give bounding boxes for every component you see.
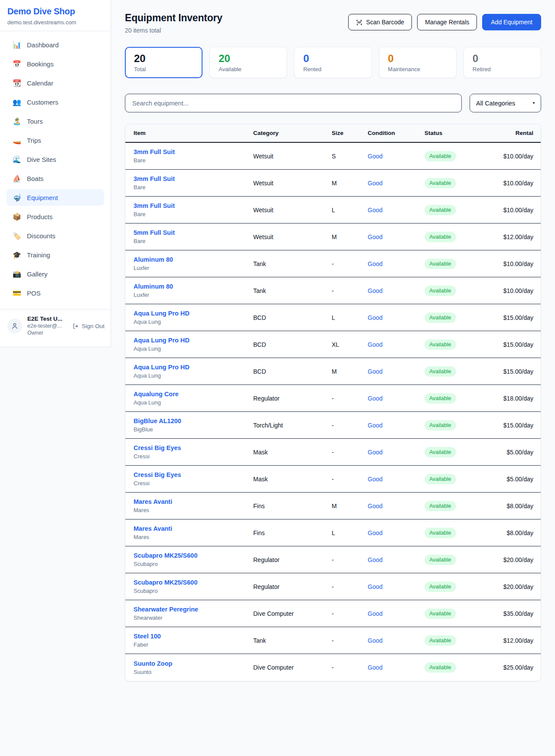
item-name-link[interactable]: Aqua Lung Pro HD <box>134 310 189 317</box>
sidebar-item-label: Products <box>27 213 52 220</box>
stat-value: 20 <box>134 53 193 64</box>
item-name-link[interactable]: 3mm Full Suit <box>134 202 175 209</box>
sidebar-item-equipment[interactable]: 🤿 Equipment <box>7 189 104 206</box>
manage-rentals-button[interactable]: Manage Rentals <box>417 14 477 30</box>
add-equipment-button[interactable]: Add Equipment <box>482 14 541 30</box>
stat-card-total[interactable]: 20 Total <box>125 47 202 78</box>
item-name-link[interactable]: Aqualung Core <box>134 391 179 398</box>
item-name-link[interactable]: Aqua Lung Pro HD <box>134 337 189 344</box>
status-badge: Available <box>424 474 456 484</box>
item-brand: Luxfer <box>134 265 253 271</box>
search-input[interactable] <box>125 94 462 112</box>
item-rental-rate: $5.00/day <box>490 449 541 456</box>
item-category: Regulator <box>253 556 332 563</box>
item-name-link[interactable]: Aluminum 80 <box>134 256 173 263</box>
item-size: - <box>332 287 368 294</box>
item-condition-link[interactable]: Good <box>368 341 382 348</box>
item-name-link[interactable]: Suunto Zoop <box>134 660 172 667</box>
category-select[interactable]: All Categories ▼ <box>470 94 541 112</box>
item-size: S <box>332 153 368 160</box>
item-size: M <box>332 503 368 509</box>
item-name-link[interactable]: Mares Avanti <box>134 525 172 532</box>
item-name-link[interactable]: 3mm Full Suit <box>134 148 175 155</box>
table-body: 3mm Full Suit Bare Wetsuit S Good Availa… <box>125 143 541 681</box>
item-name-link[interactable]: 5mm Full Suit <box>134 229 175 236</box>
item-condition-link[interactable]: Good <box>368 233 382 240</box>
item-category: Regulator <box>253 395 332 402</box>
item-size: L <box>332 529 368 536</box>
item-condition-link[interactable]: Good <box>368 314 382 321</box>
item-rental-rate: $15.00/day <box>490 341 541 348</box>
item-condition-link[interactable]: Good <box>368 368 382 375</box>
item-condition-link[interactable]: Good <box>368 529 382 536</box>
item-rental-rate: $10.00/day <box>490 287 541 294</box>
stat-card-maintenance[interactable]: 0 Maintenance <box>379 47 457 78</box>
item-condition-link[interactable]: Good <box>368 422 382 429</box>
stat-card-rented[interactable]: 0 Rented <box>294 47 372 78</box>
user-box: E2E Test U... e2e-tester@... Owner Sign … <box>0 309 111 342</box>
sidebar-item-training[interactable]: 🎓 Training <box>7 247 104 263</box>
sidebar-item-gallery[interactable]: 📸 Gallery <box>7 266 104 282</box>
item-category: Dive Computer <box>253 664 332 671</box>
item-name-link[interactable]: 3mm Full Suit <box>134 175 175 182</box>
sidebar-item-discounts[interactable]: 🏷️ Discounts <box>7 227 104 244</box>
item-name-link[interactable]: Scubapro MK25/S600 <box>134 579 197 586</box>
item-name-link[interactable]: Cressi Big Eyes <box>134 444 181 451</box>
item-name-link[interactable]: Shearwater Peregrine <box>134 606 198 613</box>
bar-chart-icon: 📊 <box>13 41 21 49</box>
sidebar-item-pos[interactable]: 💳 POS <box>7 285 104 301</box>
brand-domain: demo.test.divestreams.com <box>7 19 103 26</box>
item-condition-link[interactable]: Good <box>368 637 382 644</box>
scan-barcode-button[interactable]: Scan Barcode <box>348 14 412 30</box>
status-badge: Available <box>424 259 456 269</box>
item-category: Tank <box>253 260 332 267</box>
item-condition-link[interactable]: Good <box>368 260 382 267</box>
item-condition-link[interactable]: Good <box>368 153 382 160</box>
item-rental-rate: $8.00/day <box>490 503 541 509</box>
status-badge: Available <box>424 528 456 538</box>
item-condition-link[interactable]: Good <box>368 287 382 294</box>
item-condition-link[interactable]: Good <box>368 503 382 509</box>
item-condition-link[interactable]: Good <box>368 556 382 563</box>
sidebar-item-trips[interactable]: 🚤 Trips <box>7 132 104 148</box>
sidebar-item-tours[interactable]: 🏝️ Tours <box>7 113 104 129</box>
sidebar-item-dive-sites[interactable]: 🌊 Dive Sites <box>7 151 104 168</box>
item-name-link[interactable]: Steel 100 <box>134 633 161 640</box>
item-category: Wetsuit <box>253 180 332 187</box>
item-condition-link[interactable]: Good <box>368 395 382 402</box>
items-total-count: 20 items total <box>125 27 222 34</box>
stat-card-available[interactable]: 20 Available <box>209 47 287 78</box>
item-name-link[interactable]: Scubapro MK25/S600 <box>134 552 197 559</box>
item-name-link[interactable]: Aluminum 80 <box>134 283 173 290</box>
item-category: BCD <box>253 314 332 321</box>
item-brand: Luxfer <box>134 292 253 298</box>
brand-name[interactable]: Demo Dive Shop <box>7 7 103 16</box>
item-condition-link[interactable]: Good <box>368 610 382 617</box>
sidebar-item-bookings[interactable]: 📅 Bookings <box>7 56 104 72</box>
sidebar-item-dashboard[interactable]: 📊 Dashboard <box>7 36 104 53</box>
item-size: - <box>332 556 368 563</box>
stat-card-retired[interactable]: 0 Retired <box>464 47 541 78</box>
item-category: Mask <box>253 449 332 456</box>
item-brand: Scubapro <box>134 588 253 594</box>
item-condition-link[interactable]: Good <box>368 180 382 187</box>
item-name-link[interactable]: Mares Avanti <box>134 498 172 505</box>
table-row: Mares Avanti Mares Fins L Good Available… <box>125 519 541 546</box>
sidebar-item-products[interactable]: 📦 Products <box>7 208 104 225</box>
item-condition-link[interactable]: Good <box>368 476 382 483</box>
table-row: Cressi Big Eyes Cressi Mask - Good Avail… <box>125 439 541 466</box>
item-size: - <box>332 637 368 644</box>
item-brand: Aqua Lung <box>134 372 253 379</box>
sign-out-button[interactable]: Sign Out <box>72 323 104 329</box>
item-condition-link[interactable]: Good <box>368 207 382 214</box>
sidebar-item-customers[interactable]: 👥 Customers <box>7 94 104 110</box>
item-condition-link[interactable]: Good <box>368 449 382 456</box>
item-name-link[interactable]: Aqua Lung Pro HD <box>134 364 189 371</box>
item-condition-link[interactable]: Good <box>368 664 382 671</box>
sidebar-item-calendar[interactable]: 📆 Calendar <box>7 75 104 91</box>
item-name-link[interactable]: BigBlue AL1200 <box>134 417 181 424</box>
sidebar-item-boats[interactable]: ⛵ Boats <box>7 170 104 187</box>
item-condition-link[interactable]: Good <box>368 583 382 590</box>
item-name-link[interactable]: Cressi Big Eyes <box>134 471 181 478</box>
item-category: Tank <box>253 287 332 294</box>
